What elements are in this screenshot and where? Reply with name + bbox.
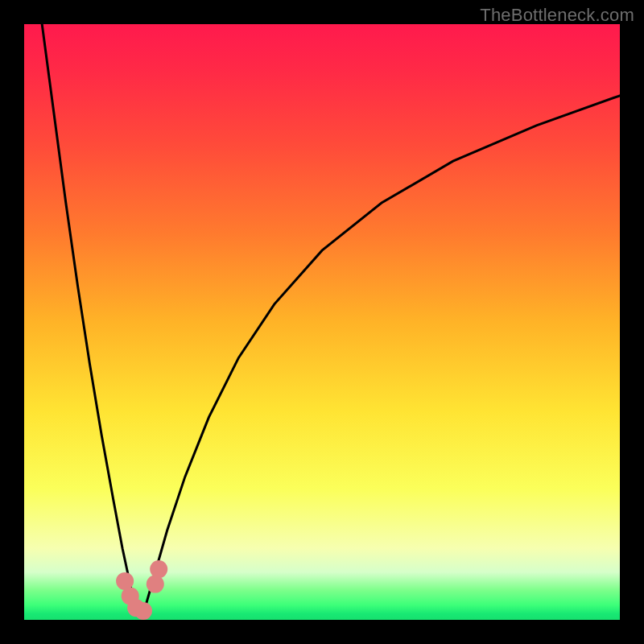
highlight-marker bbox=[150, 560, 167, 578]
highlight-markers bbox=[116, 560, 167, 620]
plot-area bbox=[24, 24, 620, 620]
chart-frame: TheBottleneck.com bbox=[0, 0, 644, 644]
curve-left-branch bbox=[42, 24, 137, 614]
curves-layer bbox=[24, 24, 620, 620]
bottleneck-curve bbox=[42, 24, 620, 614]
curve-right-branch bbox=[143, 96, 620, 614]
highlight-marker bbox=[147, 576, 164, 593]
highlight-marker bbox=[134, 602, 152, 620]
watermark-label: TheBottleneck.com bbox=[480, 5, 634, 26]
